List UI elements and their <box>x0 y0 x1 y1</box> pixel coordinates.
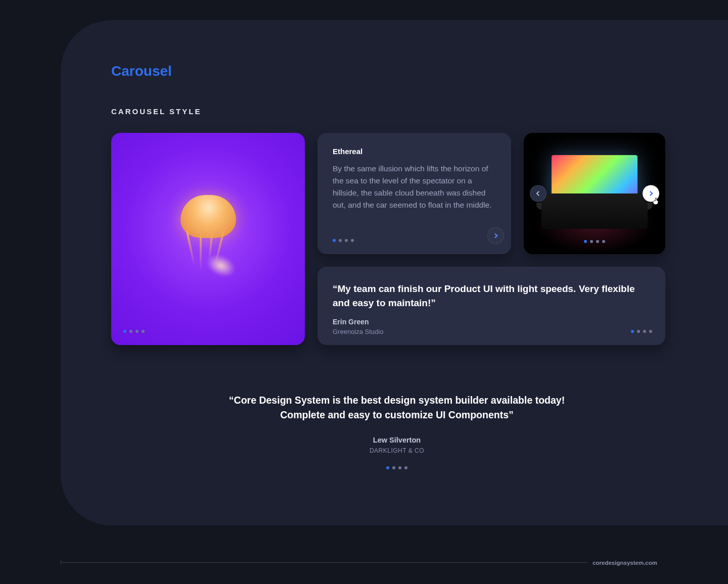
pagination-dots[interactable] <box>631 330 652 333</box>
section-subtitle: CAROUSEL STYLE <box>111 107 728 116</box>
image-carousel-jellyfish[interactable] <box>111 133 305 345</box>
quote-author: Erin Green <box>333 318 645 326</box>
dot-active[interactable] <box>333 239 336 242</box>
dot[interactable] <box>339 239 342 242</box>
dot[interactable] <box>142 330 145 333</box>
quote-text: “My team can finish our Product UI with … <box>333 282 645 310</box>
dot[interactable] <box>649 330 652 333</box>
text-carousel-card: Ethereal By the same illusion which lift… <box>317 133 511 254</box>
prev-button[interactable] <box>530 185 547 202</box>
cursor-hand-icon <box>651 196 662 207</box>
dot[interactable] <box>643 330 646 333</box>
image-carousel-laptop[interactable] <box>524 133 665 254</box>
quote-line-2: Complete and easy to customize UI Compon… <box>212 408 581 422</box>
dot[interactable] <box>596 240 599 243</box>
next-button[interactable] <box>487 227 504 244</box>
pagination-dots[interactable] <box>212 466 581 469</box>
dot[interactable] <box>637 330 640 333</box>
dot[interactable] <box>590 240 593 243</box>
dot-active[interactable] <box>631 330 634 333</box>
pagination-dots[interactable] <box>333 239 354 242</box>
dot[interactable] <box>392 466 395 469</box>
dot-active[interactable] <box>584 240 587 243</box>
chevron-right-icon <box>648 191 653 196</box>
chevron-right-icon <box>493 233 498 238</box>
dot[interactable] <box>345 239 348 242</box>
dot[interactable] <box>135 330 139 333</box>
quote-author: Lew Silverton <box>212 436 581 444</box>
jellyfish-illustration <box>175 195 241 271</box>
main-panel: Carousel CAROUSEL STYLE Ethereal <box>61 20 728 525</box>
pagination-dots[interactable] <box>123 330 145 333</box>
footer-rail <box>61 562 657 563</box>
dot[interactable] <box>129 330 132 333</box>
quote-organization: Greenoiza Studio <box>333 328 645 335</box>
dot[interactable] <box>351 239 354 242</box>
next-button[interactable] <box>643 185 659 202</box>
dot-active[interactable] <box>123 330 126 333</box>
carousel-grid: Ethereal By the same illusion which lift… <box>111 133 667 345</box>
dot-active[interactable] <box>386 466 389 469</box>
text-card-body: By the same illusion which lifts the hor… <box>333 163 493 211</box>
page-title: Carousel <box>111 63 728 79</box>
chevron-left-icon <box>536 191 541 196</box>
testimonial-carousel-card: “My team can finish our Product UI with … <box>317 267 665 345</box>
centered-testimonial: “Core Design System is the best design s… <box>212 393 581 469</box>
dot[interactable] <box>404 466 407 469</box>
text-card-heading: Ethereal <box>333 147 493 156</box>
quote-organization: DARKLIGHT & CO <box>212 447 581 454</box>
footer-link[interactable]: coredesignsystem.com <box>587 560 657 566</box>
quote-line-1: “Core Design System is the best design s… <box>212 393 581 408</box>
dot[interactable] <box>398 466 401 469</box>
dot[interactable] <box>602 240 605 243</box>
pagination-dots[interactable] <box>584 240 605 243</box>
